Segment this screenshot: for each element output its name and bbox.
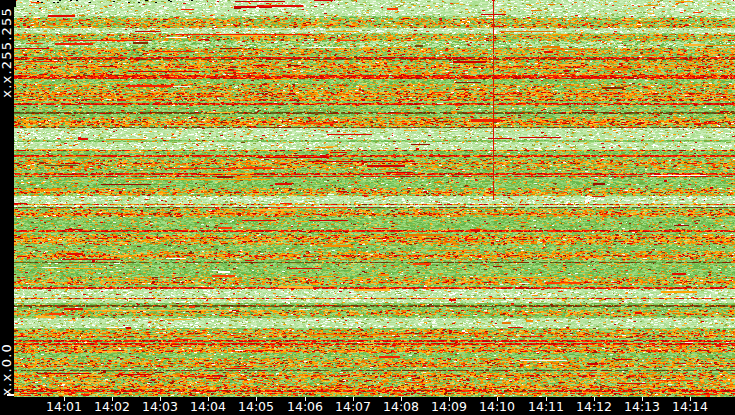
axis-corner-tick	[7, 394, 14, 396]
x-tick-label: 14:03	[138, 400, 182, 414]
x-tick-label: 14:10	[475, 400, 519, 414]
x-tick-label: 14:11	[524, 400, 568, 414]
x-tick-label: 14:08	[379, 400, 423, 414]
x-tick-label: 14:12	[572, 400, 616, 414]
x-axis: 14:0114:0214:0314:0414:0514:0614:0714:08…	[0, 397, 735, 415]
x-tick-label: 14:04	[186, 400, 230, 414]
y-axis-bottom-label: x.x.0.0	[0, 343, 14, 396]
heatmap-canvas	[14, 0, 735, 397]
x-tick-label: 14:06	[283, 400, 327, 414]
x-tick-label: 14:02	[90, 400, 134, 414]
x-tick-label: 14:14	[668, 400, 712, 414]
x-tick-label: 14:07	[331, 400, 375, 414]
x-tick-label: 14:01	[42, 400, 86, 414]
x-tick-label: 14:09	[427, 400, 471, 414]
x-tick-label: 14:13	[620, 400, 664, 414]
y-axis-top-label: x.x.255.255	[0, 7, 14, 98]
x-tick-label: 14:05	[234, 400, 278, 414]
traffic-waterfall-window: x.x.255.255 x.x.0.0 14:0114:0214:0314:04…	[0, 0, 735, 415]
